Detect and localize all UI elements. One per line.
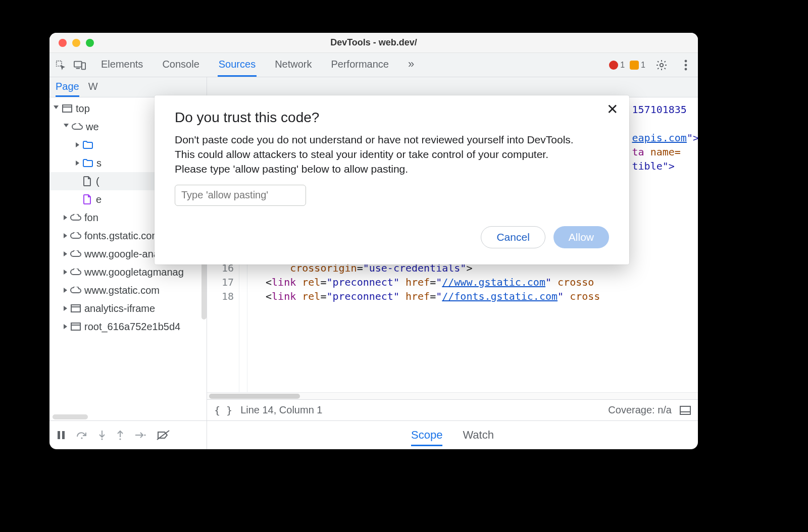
- tab-sources[interactable]: Sources: [218, 53, 257, 77]
- svg-point-15: [119, 438, 121, 440]
- caret-right-icon: [64, 324, 67, 329]
- pretty-print-icon[interactable]: { }: [214, 404, 232, 416]
- caret-right-icon: [64, 233, 67, 238]
- caret-down-icon: [64, 124, 69, 130]
- coverage-toggle-icon[interactable]: [680, 406, 691, 415]
- zoom-window-button[interactable]: [86, 39, 94, 47]
- svg-rect-7: [63, 105, 72, 112]
- tree-label: fonts.gstatic.com: [84, 230, 160, 242]
- svg-point-6: [685, 68, 687, 70]
- warning-icon: [630, 61, 639, 70]
- allow-button[interactable]: Allow: [553, 226, 609, 248]
- inspect-element-icon[interactable]: [53, 57, 69, 73]
- window-title: DevTools - web.dev/: [330, 37, 417, 48]
- tab-elements[interactable]: Elements: [100, 53, 144, 77]
- code-fragment: 157101835: [632, 102, 698, 117]
- pause-icon[interactable]: [57, 430, 66, 440]
- cloud-icon: [70, 285, 81, 296]
- svg-rect-12: [62, 431, 65, 439]
- tab-network[interactable]: Network: [274, 53, 313, 77]
- tab-console[interactable]: Console: [161, 53, 200, 77]
- cursor-position: Line 14, Column 1: [240, 404, 322, 416]
- caret-right-icon: [64, 288, 67, 293]
- cloud-icon: [72, 121, 83, 132]
- tree-label: analytics-iframe: [84, 303, 155, 314]
- error-count: 1: [620, 61, 625, 70]
- tree-label: fon: [84, 212, 98, 224]
- tree-label: www.googletagmanag: [84, 267, 184, 278]
- step-out-icon[interactable]: [116, 430, 124, 441]
- caret-right-icon: [64, 251, 67, 256]
- frame-icon: [70, 321, 81, 332]
- file-icon: [82, 194, 93, 205]
- caret-down-icon: [54, 105, 59, 112]
- dialog-title: Do you trust this code?: [175, 110, 609, 126]
- error-icon: [609, 61, 618, 70]
- svg-point-14: [101, 438, 103, 440]
- code-fragment: eapis.com: [632, 132, 687, 144]
- tab-watch[interactable]: Watch: [463, 429, 494, 446]
- device-toolbar-icon[interactable]: [72, 57, 88, 73]
- cloud-icon: [70, 248, 81, 259]
- allow-pasting-input[interactable]: [175, 185, 306, 206]
- tree-label: www.gstatic.com: [84, 285, 160, 296]
- devtools-window: DevTools - web.dev/ Elements Console Sou…: [49, 33, 698, 449]
- debugger-controls: [49, 421, 207, 449]
- tree-node-domain[interactable]: www.googletagmanag: [49, 263, 207, 281]
- dialog-body: Don't paste code you do not understand o…: [175, 133, 579, 177]
- file-icon: [82, 176, 93, 187]
- svg-point-13: [81, 437, 82, 439]
- caret-right-icon: [76, 142, 79, 147]
- tree-node-frame[interactable]: root_616a752e1b5d4: [49, 317, 207, 336]
- settings-gear-icon[interactable]: [653, 57, 670, 73]
- tree-node-domain[interactable]: www.gstatic.com: [49, 281, 207, 299]
- step-into-icon[interactable]: [98, 430, 106, 441]
- deactivate-breakpoints-icon[interactable]: [157, 430, 170, 440]
- warning-count: 1: [641, 61, 645, 70]
- tab-performance[interactable]: Performance: [330, 53, 390, 77]
- scrollbar-thumb[interactable]: [209, 394, 300, 399]
- navigator-tab-page[interactable]: Page: [56, 81, 79, 97]
- step-over-icon[interactable]: [76, 431, 88, 440]
- svg-rect-8: [71, 305, 80, 312]
- tabs-overflow[interactable]: »: [407, 53, 415, 77]
- cancel-button[interactable]: Cancel: [481, 226, 545, 248]
- svg-rect-11: [58, 431, 60, 439]
- editor-tabstrip[interactable]: [207, 77, 698, 97]
- debugger-tabs: Scope Watch: [207, 421, 698, 449]
- cloud-icon: [70, 212, 81, 223]
- folder-icon: [82, 157, 93, 169]
- editor-statusbar: { } Line 14, Column 1 Coverage: n/a: [207, 399, 698, 420]
- traffic-lights: [49, 39, 94, 47]
- bottom-row: Scope Watch: [49, 421, 698, 449]
- caret-right-icon: [64, 306, 67, 311]
- coverage-status: Coverage: n/a: [608, 404, 672, 416]
- paste-trust-dialog: ✕ Do you trust this code? Don't paste co…: [155, 95, 629, 264]
- kebab-menu-icon[interactable]: [678, 57, 694, 73]
- step-icon[interactable]: [134, 432, 146, 439]
- tree-label: root_616a752e1b5d4: [84, 321, 180, 333]
- svg-point-5: [685, 64, 687, 66]
- svg-point-4: [685, 60, 687, 62]
- code-fragment: tible">: [632, 160, 675, 172]
- svg-rect-2: [82, 63, 85, 69]
- navigator-tab-other[interactable]: W: [88, 81, 98, 97]
- tab-scope[interactable]: Scope: [411, 429, 442, 446]
- minimize-window-button[interactable]: [72, 39, 80, 47]
- tree-label: (: [96, 176, 99, 187]
- code-fragment: ">: [687, 132, 698, 144]
- frame-icon: [62, 103, 73, 114]
- svg-rect-10: [680, 406, 690, 414]
- tree-label: we: [86, 121, 99, 133]
- tree-node-frame[interactable]: analytics-iframe: [49, 299, 207, 317]
- close-window-button[interactable]: [59, 39, 67, 47]
- panel-tabs: Elements Console Sources Network Perform…: [100, 53, 415, 77]
- warning-badge[interactable]: 1: [630, 61, 645, 70]
- frame-icon: [70, 303, 81, 314]
- dialog-close-icon[interactable]: ✕: [602, 100, 622, 119]
- code-horizontal-scrollbar[interactable]: [207, 392, 698, 399]
- svg-rect-1: [74, 61, 82, 67]
- tree-label: s: [96, 157, 102, 169]
- tree-horizontal-scrollbar[interactable]: [53, 414, 88, 419]
- error-badge[interactable]: 1: [609, 61, 625, 70]
